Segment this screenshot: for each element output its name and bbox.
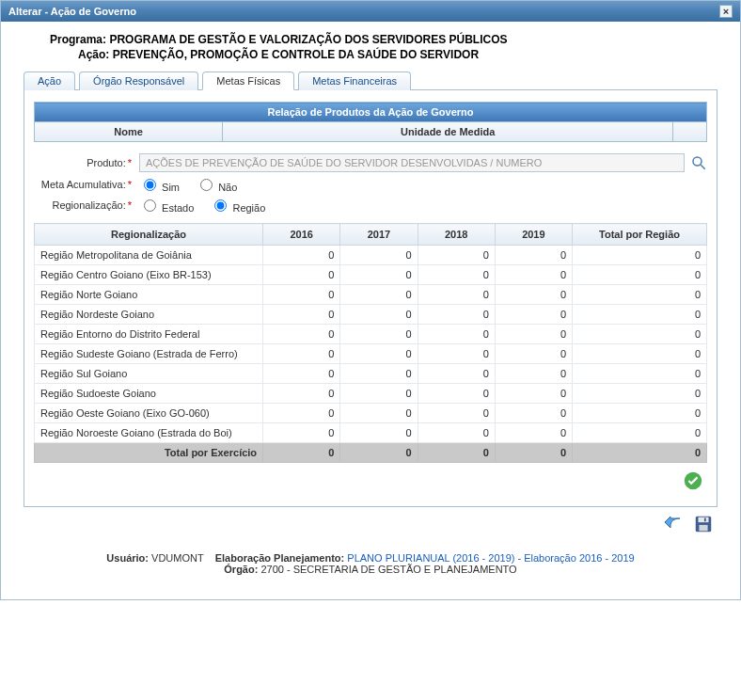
cell-2016[interactable]: 0 [263, 364, 340, 384]
cell-2017[interactable]: 0 [340, 265, 418, 285]
cell-2017[interactable]: 0 [340, 305, 418, 325]
cell-2019[interactable]: 0 [495, 265, 572, 285]
cell-region: Região Oeste Goiano (Eixo GO-060) [35, 404, 263, 423]
cell-total: 0 [573, 265, 707, 285]
col-2016: 2016 [263, 224, 340, 246]
back-icon[interactable] [661, 513, 684, 535]
search-produto-icon[interactable] [690, 154, 707, 171]
total-2019: 0 [495, 443, 572, 463]
cell-2016[interactable]: 0 [263, 265, 340, 285]
cell-2016[interactable]: 0 [263, 384, 340, 404]
orgao-value: 2700 - SECRETARIA DE GESTÃO E PLANEJAMEN… [260, 564, 516, 575]
cell-2018[interactable]: 0 [418, 344, 495, 364]
required-marker: * [128, 179, 132, 190]
cell-2019[interactable]: 0 [495, 325, 572, 344]
svg-rect-4 [699, 517, 709, 523]
produto-input[interactable] [139, 153, 685, 172]
cell-2018[interactable]: 0 [418, 384, 495, 404]
reg-estado-radio[interactable] [144, 199, 156, 212]
elab-link[interactable]: PLANO PLURIANUAL (2016 - 2019) - Elabora… [347, 552, 634, 564]
produto-label: Produto:* [34, 157, 139, 168]
cell-2017[interactable]: 0 [340, 384, 418, 404]
meta-sim-radio[interactable] [144, 179, 156, 191]
table-total-row: Total por Exercício00000 [35, 443, 707, 463]
row-meta: Meta Acumulativa:* Sim Não [34, 176, 707, 193]
cell-total: 0 [573, 423, 707, 443]
cell-2018[interactable]: 0 [418, 423, 495, 443]
total-2016: 0 [263, 443, 340, 463]
window-body: Programa: PROGRAMA DE GESTÃO E VALORIZAÇ… [1, 22, 740, 599]
meta-nao-radio[interactable] [200, 179, 213, 191]
cell-2016[interactable]: 0 [263, 285, 340, 305]
cell-2019[interactable]: 0 [495, 285, 572, 305]
reg-estado-option[interactable]: Estado [139, 202, 194, 214]
cell-2019[interactable]: 0 [495, 423, 572, 443]
acao-label: Ação: [78, 48, 109, 61]
cell-2016[interactable]: 0 [263, 246, 340, 265]
svg-line-1 [701, 165, 705, 169]
meta-nao-option[interactable]: Não [196, 182, 237, 193]
confirm-icon[interactable] [683, 470, 703, 491]
tab-metas-fisicas[interactable]: Metas Físicas [202, 72, 294, 90]
cell-2017[interactable]: 0 [340, 423, 418, 443]
table-row: Região Sudeste Goiano (Estrada de Ferro)… [35, 344, 707, 364]
bottom-actions [24, 507, 717, 537]
table-row: Região Metropolitana de Goiânia00000 [35, 246, 707, 265]
programa-line: Programa: PROGRAMA DE GESTÃO E VALORIZAÇ… [50, 33, 717, 46]
cell-2018[interactable]: 0 [418, 246, 495, 265]
cell-2017[interactable]: 0 [340, 344, 418, 364]
meta-sim-option[interactable]: Sim [139, 182, 180, 193]
regionalizacao-radio-group: Estado Região [139, 197, 278, 214]
cell-2017[interactable]: 0 [340, 404, 418, 423]
cell-2016[interactable]: 0 [263, 423, 340, 443]
window-title: Alterar - Ação de Governo [8, 6, 136, 17]
table-row: Região Norte Goiano00000 [35, 285, 707, 305]
close-icon[interactable]: × [719, 5, 733, 18]
cell-2019[interactable]: 0 [495, 404, 572, 423]
table-row: Região Entorno do Distrito Federal00000 [35, 325, 707, 344]
cell-2016[interactable]: 0 [263, 305, 340, 325]
cell-2016[interactable]: 0 [263, 344, 340, 364]
cell-2018[interactable]: 0 [418, 364, 495, 384]
cell-2017[interactable]: 0 [340, 325, 418, 344]
cell-2018[interactable]: 0 [418, 404, 495, 423]
cell-region: Região Norte Goiano [35, 285, 263, 305]
titlebar: Alterar - Ação de Governo × [1, 1, 740, 22]
tab-acao[interactable]: Ação [24, 72, 75, 90]
required-marker: * [128, 199, 132, 211]
tab-metas-financeiras[interactable]: Metas Financeiras [298, 72, 411, 90]
produtos-col-actions [673, 122, 707, 142]
cell-2019[interactable]: 0 [495, 384, 572, 404]
reg-regiao-option[interactable]: Região [210, 202, 265, 214]
header-info: Programa: PROGRAMA DE GESTÃO E VALORIZAÇ… [50, 33, 717, 61]
cell-total: 0 [573, 285, 707, 305]
reg-regiao-radio[interactable] [214, 199, 227, 212]
cell-2018[interactable]: 0 [418, 285, 495, 305]
cell-2016[interactable]: 0 [263, 325, 340, 344]
cell-region: Região Sudoeste Goiano [35, 384, 263, 404]
programa-label: Programa: [50, 33, 106, 46]
svg-rect-5 [699, 525, 707, 531]
save-icon[interactable] [693, 514, 714, 534]
cell-2019[interactable]: 0 [495, 364, 572, 384]
cell-total: 0 [573, 246, 707, 265]
cell-2017[interactable]: 0 [340, 364, 418, 384]
programa-value: PROGRAMA DE GESTÃO E VALORIZAÇÃO DOS SER… [109, 33, 507, 46]
tab-orgao[interactable]: Órgão Responsável [79, 72, 198, 90]
cell-2018[interactable]: 0 [418, 305, 495, 325]
cell-2017[interactable]: 0 [340, 246, 418, 265]
cell-total: 0 [573, 404, 707, 423]
cell-2018[interactable]: 0 [418, 265, 495, 285]
usuario-value: VDUMONT [151, 552, 203, 564]
cell-2019[interactable]: 0 [495, 305, 572, 325]
produtos-col-unidade: Unidade de Medida [223, 122, 673, 142]
cell-region: Região Nordeste Goiano [35, 305, 263, 325]
cell-2016[interactable]: 0 [263, 404, 340, 423]
cell-2019[interactable]: 0 [495, 344, 572, 364]
cell-2019[interactable]: 0 [495, 246, 572, 265]
svg-rect-6 [704, 518, 706, 522]
cell-2017[interactable]: 0 [340, 285, 418, 305]
meta-label: Meta Acumulativa:* [34, 179, 139, 190]
total-total: 0 [573, 443, 707, 463]
cell-2018[interactable]: 0 [418, 325, 495, 344]
